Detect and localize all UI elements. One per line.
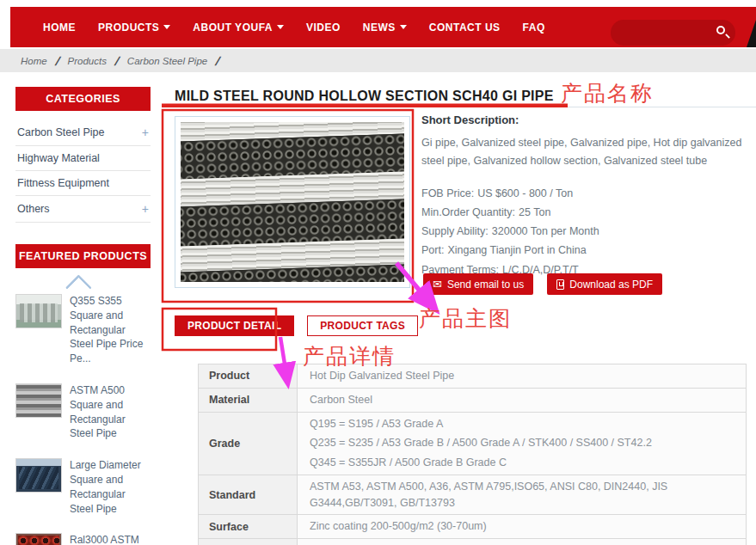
featured-product-title[interactable]: Large Diameter Square and Rectangular St…: [70, 458, 151, 516]
product-page: HOME PRODUCTS ABOUT YOUFA VIDEO NEWS CON…: [0, 0, 756, 545]
short-description-text: Gi pipe, Galvanized steel pipe, Galvaniz…: [421, 134, 750, 171]
category-label: Others: [17, 203, 50, 215]
download-pdf-button[interactable]: Download as PDF: [547, 273, 662, 295]
table-row-material: Material Carbon Steel: [199, 388, 746, 412]
annotation-product-detail: 产品详情: [303, 346, 396, 367]
expand-plus-icon[interactable]: +: [142, 126, 149, 139]
nav-item-products[interactable]: PRODUCTS: [98, 21, 170, 34]
annotation-product-name: 产品名称: [561, 83, 654, 104]
breadcrumb: Home / Products / Carbon Steel Pipe /: [0, 49, 756, 72]
nav-label: PRODUCTS: [98, 21, 159, 34]
tab-product-detail[interactable]: PRODUCT DETAIL: [175, 315, 294, 336]
sidebar: CATEGORIES Carbon Steel Pipe+ Highway Ma…: [15, 87, 151, 545]
chevron-down-icon: [277, 25, 284, 29]
featured-product-item[interactable]: Large Diameter Square and Rectangular St…: [15, 458, 151, 516]
fob-price: FOB Price:US $600 - 800 / Ton: [421, 184, 750, 203]
table-row-ends: Ends Grooved ends with or without caps: [199, 538, 746, 545]
search-icon[interactable]: [716, 26, 725, 34]
nav-item-home[interactable]: HOME: [43, 21, 76, 34]
product-main-image[interactable]: [175, 116, 410, 288]
nav-item-news[interactable]: NEWS: [363, 21, 407, 34]
carousel-controls: [15, 272, 151, 294]
table-row-product: Product Hot Dip Galvanized Steel Pipe: [199, 364, 746, 388]
nav-label: CONTACT US: [429, 21, 501, 34]
expand-plus-icon[interactable]: +: [142, 202, 149, 216]
search-input[interactable]: [611, 20, 735, 46]
table-row-grade: Grade Q195 = S195 / A53 Grade A Q235 = S…: [199, 412, 746, 475]
row-label: Product: [199, 364, 298, 388]
table-row-standard: Standard ASTM A53, ASTM A500, A36, ASTM …: [199, 475, 746, 515]
pdf-document-icon: [556, 279, 564, 290]
annotation-product-image: 产品主图: [419, 308, 512, 329]
chevron-down-icon: [163, 25, 170, 29]
steel-pipes-photo: [181, 122, 404, 282]
nav-item-contact-us[interactable]: CONTACT US: [429, 21, 501, 34]
featured-products-header: FEATURED PRODUCTS: [15, 244, 151, 268]
page-title: MILD STEEL ROUND HOLLOW SECTION SCH40 GI…: [175, 89, 554, 104]
category-label: Carbon Steel Pipe: [17, 126, 104, 138]
nav-item-about-youfa[interactable]: ABOUT YOUFA: [193, 21, 284, 34]
row-label: Grade: [199, 413, 298, 475]
breadcrumb-carbon-steel-pipe[interactable]: Carbon Steel Pipe: [127, 56, 207, 66]
nav-label: FAQ: [523, 21, 545, 34]
row-value: ASTM A53, ASTM A500, A36, ASTM A795,ISO6…: [298, 475, 746, 515]
title-divider: [162, 107, 756, 107]
row-label: Material: [199, 389, 298, 412]
breadcrumb-separator: /: [54, 54, 60, 68]
row-label: Surface: [199, 515, 298, 538]
nav-item-faq[interactable]: FAQ: [523, 21, 545, 34]
row-label: Ends: [199, 539, 298, 545]
send-email-label: Send email to us: [447, 279, 524, 291]
nav-item-video[interactable]: VIDEO: [306, 21, 341, 34]
nav-label: ABOUT YOUFA: [193, 21, 273, 34]
sidebar-item-carbon-steel-pipe[interactable]: Carbon Steel Pipe+: [15, 119, 151, 146]
top-nav: HOME PRODUCTS ABOUT YOUFA VIDEO NEWS CON…: [10, 7, 756, 47]
sidebar-item-fittness-equipment[interactable]: Fittness Equipment: [15, 171, 151, 196]
breadcrumb-home[interactable]: Home: [21, 56, 47, 66]
categories-list: Carbon Steel Pipe+ Highway Material Fitt…: [15, 119, 151, 223]
sidebar-item-highway-material[interactable]: Highway Material: [15, 146, 151, 171]
tab-product-tags[interactable]: PRODUCT TAGS: [307, 315, 418, 336]
nav-label: VIDEO: [306, 21, 341, 34]
row-value: Q345 = S355JR / A500 Grade B Grade C: [298, 455, 746, 475]
featured-product-title[interactable]: ASTM A500 Square and Rectangular Steel P…: [70, 383, 151, 441]
spec-list: FOB Price:US $600 - 800 / Ton Min.Order …: [421, 184, 750, 279]
product-thumbnail[interactable]: [15, 294, 62, 328]
photo-texture: [181, 122, 404, 282]
product-thumbnail[interactable]: [15, 533, 62, 545]
table-row-surface: Surface Zinc coating 200-500g/m2 (30-70u…: [199, 514, 746, 538]
breadcrumb-separator: /: [215, 54, 221, 68]
download-pdf-label: Download as PDF: [569, 279, 653, 291]
product-detail-table: Product Hot Dip Galvanized Steel Pipe Ma…: [198, 364, 747, 545]
short-description-label: Short Description:: [421, 113, 750, 126]
row-label: Standard: [199, 475, 298, 515]
row-value: Carbon Steel: [298, 389, 746, 412]
row-value: Q195 = S195 / A53 Grade A: [298, 413, 746, 436]
product-tabs: PRODUCT DETAIL PRODUCT TAGS: [175, 315, 418, 336]
categories-header: CATEGORIES: [15, 87, 151, 111]
category-label: Fittness Equipment: [17, 177, 109, 189]
featured-product-item[interactable]: ASTM A500 Square and Rectangular Steel P…: [15, 383, 151, 441]
row-value: Hot Dip Galvanized Steel Pipe: [298, 364, 746, 388]
product-thumbnail[interactable]: [15, 458, 62, 493]
send-email-button[interactable]: ✉ Send email to us: [423, 273, 533, 295]
row-value: Q235 = S235 / A53 Grade B / A500 Grade A…: [298, 435, 746, 455]
supply-ability: Supply Ability:320000 Ton per Month: [421, 222, 750, 241]
featured-product-title[interactable]: Ral3000 ASTM A795 Grooved Ends Fire Prot…: [70, 533, 151, 545]
featured-product-title[interactable]: Q355 S355 Square and Rectangular Steel P…: [70, 294, 151, 366]
featured-product-item[interactable]: Ral3000 ASTM A795 Grooved Ends Fire Prot…: [15, 533, 151, 545]
product-thumbnail[interactable]: [15, 383, 62, 418]
row-value: Zinc coating 200-500g/m2 (30-70um): [298, 515, 746, 538]
short-description-section: Short Description: Gi pipe, Galvanized s…: [421, 113, 750, 279]
envelope-icon: ✉: [433, 279, 442, 290]
port: Port:Xingang Tianjin Port in China: [421, 241, 750, 260]
row-value: Grooved ends: [298, 539, 746, 545]
chevron-down-icon: [400, 25, 407, 29]
nav-label: HOME: [43, 21, 76, 34]
nav-label: NEWS: [363, 21, 396, 34]
breadcrumb-products[interactable]: Products: [68, 56, 107, 66]
min-order-quantity: Min.Order Quantity:25 Ton: [421, 203, 750, 222]
sidebar-item-others[interactable]: Others+: [15, 196, 151, 223]
featured-product-item[interactable]: Q355 S355 Square and Rectangular Steel P…: [15, 294, 151, 366]
action-buttons: ✉ Send email to us Download as PDF: [423, 273, 662, 295]
